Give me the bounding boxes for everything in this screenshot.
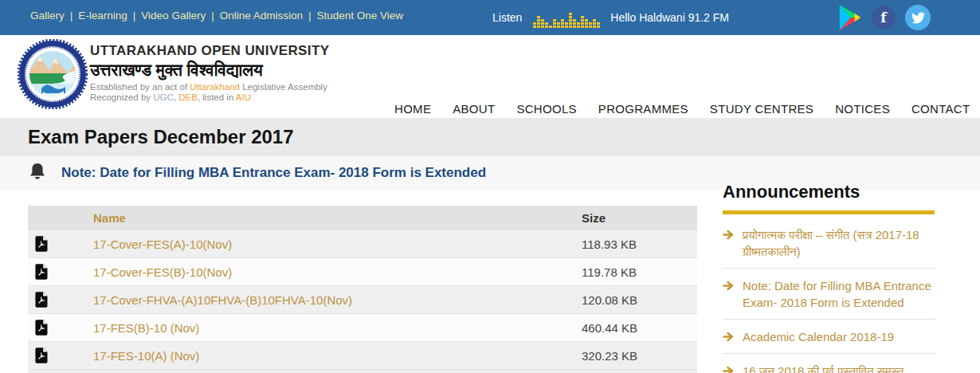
file-size: 120.08 KB (582, 293, 697, 307)
note-link[interactable]: Note: Date for Filling MBA Entrance Exam… (61, 165, 486, 181)
table-row: 17-FES(B)-10 (Nov) 460.44 KB (28, 314, 697, 342)
facebook-f-glyph: f (880, 10, 886, 26)
announcements-sidebar: Announcements प्रयोगात्मक परीक्षा – संगी… (723, 182, 936, 373)
uttarakhand-link[interactable]: Uttarakhand (190, 82, 240, 92)
table-header-row: Name Size (28, 206, 697, 230)
arrow-right-icon (723, 366, 735, 373)
pdf-file-icon (35, 347, 48, 363)
deb-link[interactable]: DEB (178, 92, 198, 102)
link-online-admission[interactable]: Online Admission (220, 10, 303, 22)
file-size: 460.44 KB (582, 321, 697, 335)
table-row: 17-Cover-FES(B)-10(Nov) 119.78 KB (28, 258, 697, 286)
ugc-link[interactable]: UGC (153, 92, 174, 102)
pdf-file-icon (35, 236, 48, 252)
established-line: Established by an act of Uttarakhand Leg… (90, 82, 329, 92)
pdf-file-icon (35, 320, 48, 336)
station-label: Hello Haldwani 91.2 FM (610, 11, 729, 24)
twitter-icon[interactable] (905, 5, 931, 30)
nav-schools[interactable]: SCHOOLS (516, 102, 576, 116)
nav-study-centres[interactable]: STUDY CENTRES (710, 102, 813, 116)
announcement-text: प्रयोगात्मक परीक्षा – संगीत (सत्र 2017-1… (743, 226, 936, 260)
nav-home[interactable]: HOME (394, 102, 431, 116)
announcement-item[interactable]: 16 जून 2018 की पूर्व प्रस्तावित समस्त प्… (723, 354, 936, 373)
arrow-right-icon (723, 332, 735, 342)
file-link[interactable]: 17-FES-10(A) (Nov) (93, 349, 199, 363)
announcements-title: Announcements (723, 182, 936, 202)
file-size: 320.23 KB (582, 349, 697, 363)
recognized-prefix: Recognized by (90, 92, 153, 102)
radio-widget: Listen Hello Haldwani 91.2 FM (492, 0, 729, 35)
site-header: UTTARAKHAND OPEN UNIVERSITY उत्तराखण्ड म… (0, 35, 980, 113)
file-link[interactable]: 17-Cover-FES(A)-10(Nov) (93, 238, 232, 251)
arrow-right-icon (723, 281, 735, 291)
file-size: 119.78 KB (582, 265, 697, 279)
table-row: 17-FES-10(A) (Nov) 320.23 KB (28, 342, 697, 370)
topbar: Gallery|E-learning|Video Gallery|Online … (0, 0, 980, 35)
announcements-underline (723, 210, 935, 214)
table-row: 17-Cover-FES(A)-10(Nov) 118.93 KB (28, 230, 697, 258)
announcements-list: प्रयोगात्मक परीक्षा – संगीत (सत्र 2017-1… (723, 218, 936, 373)
link-video-gallery[interactable]: Video Gallery (141, 10, 206, 22)
recognized-mid: , listed in (198, 92, 236, 102)
announcement-text: 16 जून 2018 की पूर्व प्रस्तावित समस्त प्… (743, 363, 936, 373)
arrow-right-icon (723, 230, 735, 240)
link-student-one-view[interactable]: Student One View (316, 10, 403, 22)
university-name-hi: उत्तराखण्ड मुक्त विश्वविद्यालय (90, 61, 329, 80)
pdf-file-icon (35, 264, 48, 280)
announcement-item[interactable]: Academic Calendar 2018-19 (723, 320, 936, 354)
university-logo[interactable] (18, 39, 88, 109)
size-column-header: Size (582, 211, 697, 225)
page-title: Exam Papers December 2017 (28, 126, 294, 148)
recognized-line: Recognized by UGC, DEB, listed in AIU (90, 92, 329, 102)
table-row: 17-Cover-FHVA-(A)10FHVA-(B)10FHVA-10(Nov… (28, 286, 697, 314)
file-link[interactable]: 17-Cover-FES(B)-10(Nov) (93, 265, 232, 279)
main-nav: HOME ABOUT SCHOOLS PROGRAMMES STUDY CENT… (394, 102, 970, 116)
link-separator: | (133, 10, 136, 22)
file-link[interactable]: 17-FES(B)-10 (Nov) (93, 321, 199, 335)
announcement-item[interactable]: प्रयोगात्मक परीक्षा – संगीत (सत्र 2017-1… (723, 218, 936, 269)
file-link[interactable]: 17-Cover-FHVA-(A)10FHVA-(B)10FHVA-10(Nov… (93, 293, 352, 307)
nav-notices[interactable]: NOTICES (835, 102, 890, 116)
file-size: 118.93 KB (582, 238, 697, 251)
link-separator: | (70, 10, 73, 22)
topbar-links: Gallery|E-learning|Video Gallery|Online … (30, 10, 403, 22)
link-gallery[interactable]: Gallery (30, 10, 65, 22)
announcement-item[interactable]: Note: Date for Filling MBA Entrance Exam… (723, 269, 936, 320)
table-row-partial (28, 370, 697, 373)
facebook-icon[interactable]: f (872, 6, 896, 29)
equalizer-icon[interactable] (533, 7, 601, 28)
social-icons: f (838, 0, 931, 35)
pdf-file-icon (35, 292, 48, 308)
aiu-link[interactable]: AIU (236, 92, 251, 102)
nav-about[interactable]: ABOUT (453, 102, 495, 116)
listen-label: Listen (492, 11, 522, 24)
nav-contact[interactable]: CONTACT (911, 102, 970, 116)
university-title-block: UTTARAKHAND OPEN UNIVERSITY उत्तराखण्ड म… (90, 43, 329, 102)
link-separator: | (211, 10, 214, 22)
announcement-text: Academic Calendar 2018-19 (743, 328, 894, 345)
university-name-en: UTTARAKHAND OPEN UNIVERSITY (90, 43, 329, 59)
established-prefix: Established by an act of (90, 82, 190, 92)
name-column-header: Name (93, 211, 582, 225)
twitter-bird-glyph (911, 11, 925, 25)
google-play-icon[interactable] (838, 4, 862, 31)
link-elearning[interactable]: E-learning (78, 10, 127, 22)
announcement-text: Note: Date for Filling MBA Entrance Exam… (743, 277, 936, 311)
bell-icon (28, 163, 47, 183)
established-suffix: Legislative Assembly (240, 82, 327, 92)
page-title-band: Exam Papers December 2017 (0, 118, 980, 156)
exam-papers-table: Name Size 17-Cover-FES(A)-10(Nov) 118.93… (28, 206, 697, 373)
nav-programmes[interactable]: PROGRAMMES (598, 102, 688, 116)
link-separator: | (308, 10, 312, 22)
